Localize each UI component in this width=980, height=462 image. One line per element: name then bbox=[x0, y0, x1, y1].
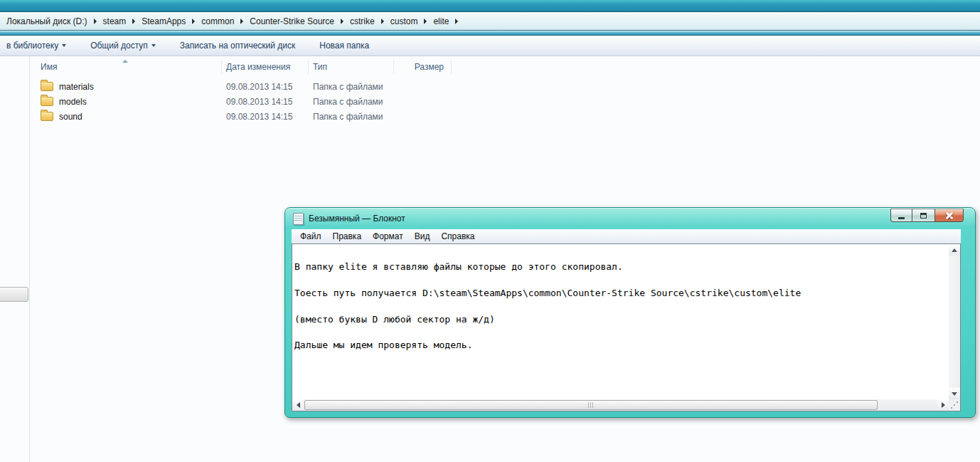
breadcrumb-arrow-icon[interactable] bbox=[132, 19, 135, 24]
new-folder-button[interactable]: Новая папка bbox=[316, 38, 372, 53]
breadcrumb-arrow-icon[interactable] bbox=[341, 19, 343, 24]
window-controls bbox=[890, 209, 964, 222]
breadcrumb-item-cstrike[interactable]: cstrike bbox=[350, 16, 375, 26]
file-date: 09.08.2013 14:15 bbox=[222, 82, 309, 92]
file-type: Папка с файлами bbox=[309, 97, 394, 107]
file-name: materials bbox=[59, 82, 94, 92]
text-line: Тоесть путь получается D:\steam\SteamApp… bbox=[294, 289, 949, 298]
table-row-materials[interactable]: materials 09.08.2013 14:15 Папка с файла… bbox=[30, 79, 452, 94]
breadcrumb-item-steam[interactable]: steam bbox=[103, 16, 127, 26]
column-header-name[interactable]: Имя bbox=[30, 60, 222, 74]
share-with-label: Общий доступ bbox=[90, 41, 148, 51]
text-line: В папку elite я вставляю файлы которые д… bbox=[294, 263, 949, 271]
horizontal-scrollbar-thumb[interactable] bbox=[304, 400, 878, 410]
minimize-button[interactable] bbox=[890, 209, 912, 222]
menu-view[interactable]: Вид bbox=[409, 230, 436, 243]
scroll-left-button[interactable] bbox=[292, 399, 304, 411]
dropdown-arrow-icon bbox=[62, 44, 66, 47]
breadcrumb-arrow-icon[interactable] bbox=[240, 19, 243, 24]
breadcrumb-item-custom[interactable]: custom bbox=[390, 16, 418, 26]
notepad-client-area: В папку elite я вставляю файлы которые д… bbox=[292, 243, 961, 411]
folder-icon bbox=[41, 82, 53, 91]
dropdown-arrow-icon bbox=[151, 44, 156, 47]
address-bar[interactable]: Локальный диск (D:) steam SteamApps comm… bbox=[0, 12, 980, 31]
breadcrumb-item-elite[interactable]: elite bbox=[433, 16, 449, 26]
explorer-divider-band bbox=[0, 31, 980, 36]
breadcrumb-arrow-icon[interactable] bbox=[192, 19, 195, 24]
text-line: Дальше мы идем проверять модель. bbox=[294, 341, 949, 350]
maximize-icon bbox=[920, 213, 927, 219]
resize-grip-icon[interactable] bbox=[951, 407, 952, 409]
folder-icon bbox=[41, 112, 53, 121]
file-name: sound bbox=[59, 112, 82, 122]
include-in-library-button[interactable]: в библиотеку bbox=[4, 38, 69, 53]
file-date: 09.08.2013 14:15 bbox=[222, 97, 309, 107]
scrollbar-corner bbox=[949, 399, 960, 411]
notepad-window: Безымянный — Блокнот Файл Правка Формат … bbox=[284, 207, 976, 418]
breadcrumb-arrow-icon[interactable] bbox=[424, 19, 427, 24]
menu-edit[interactable]: Правка bbox=[327, 230, 368, 243]
scrollbar-grip-icon bbox=[588, 402, 595, 408]
breadcrumb: Локальный диск (D:) steam SteamApps comm… bbox=[6, 16, 464, 26]
table-row-sound[interactable]: sound 09.08.2013 14:15 Папка с файлами bbox=[30, 109, 452, 124]
breadcrumb-item-steamapps[interactable]: SteamApps bbox=[142, 16, 186, 26]
column-header-type-label: Тип bbox=[313, 62, 327, 72]
scroll-right-icon bbox=[942, 402, 945, 408]
command-bar: в библиотеку Общий доступ Записать на оп… bbox=[0, 36, 980, 56]
breadcrumb-item-drive[interactable]: Локальный диск (D:) bbox=[6, 16, 87, 26]
sort-ascending-icon bbox=[122, 60, 128, 63]
breadcrumb-item-css[interactable]: Counter-Strike Source bbox=[250, 16, 334, 26]
close-icon bbox=[945, 212, 954, 219]
notepad-titlebar[interactable]: Безымянный — Блокнот bbox=[285, 208, 975, 229]
share-with-button[interactable]: Общий доступ bbox=[87, 38, 159, 53]
column-header-name-label: Имя bbox=[41, 62, 57, 72]
notepad-icon[interactable] bbox=[293, 213, 304, 225]
desktop: Локальный диск (D:) steam SteamApps comm… bbox=[0, 0, 980, 462]
breadcrumb-arrow-icon[interactable] bbox=[455, 19, 458, 24]
scroll-up-button[interactable] bbox=[949, 244, 960, 256]
explorer-top-band bbox=[0, 0, 980, 12]
column-header-size-label: Размер bbox=[415, 62, 444, 72]
horizontal-scrollbar[interactable] bbox=[292, 399, 949, 411]
column-header-row: Имя Дата изменения Тип Размер bbox=[30, 60, 452, 74]
breadcrumb-arrow-icon[interactable] bbox=[94, 19, 97, 24]
file-date: 09.08.2013 14:15 bbox=[222, 112, 309, 122]
column-header-size[interactable]: Размер bbox=[394, 60, 452, 74]
include-in-library-label: в библиотеку bbox=[6, 41, 58, 51]
scroll-up-icon bbox=[952, 248, 957, 252]
burn-to-disc-label: Записать на оптический диск bbox=[180, 41, 296, 51]
scroll-down-icon bbox=[952, 392, 957, 396]
folder-icon bbox=[41, 97, 53, 106]
table-row-models[interactable]: models 09.08.2013 14:15 Папка с файлами bbox=[30, 94, 452, 109]
menu-help[interactable]: Справка bbox=[435, 230, 480, 243]
notepad-title: Безымянный — Блокнот bbox=[309, 214, 405, 224]
new-folder-label: Новая папка bbox=[319, 41, 369, 51]
vertical-scrollbar[interactable] bbox=[949, 244, 960, 399]
column-header-date-label: Дата изменения bbox=[226, 62, 290, 72]
file-name: models bbox=[59, 97, 87, 107]
menu-format[interactable]: Формат bbox=[367, 230, 409, 243]
close-button[interactable] bbox=[934, 209, 964, 222]
column-header-type[interactable]: Тип bbox=[309, 60, 394, 74]
burn-to-disc-button[interactable]: Записать на оптический диск bbox=[177, 38, 299, 53]
breadcrumb-item-common[interactable]: common bbox=[201, 16, 234, 26]
scroll-down-button[interactable] bbox=[949, 388, 960, 399]
file-type: Папка с файлами bbox=[309, 112, 394, 122]
minimize-icon bbox=[898, 217, 905, 219]
maximize-button[interactable] bbox=[912, 209, 934, 222]
column-header-date[interactable]: Дата изменения bbox=[222, 60, 309, 74]
file-list: materials 09.08.2013 14:15 Папка с файла… bbox=[30, 79, 452, 124]
scroll-left-icon bbox=[297, 402, 300, 408]
text-line: (вместо буквы D любой сектор на ж/д) bbox=[294, 315, 949, 324]
scroll-right-button[interactable] bbox=[937, 399, 949, 411]
file-type: Папка с файлами bbox=[309, 82, 394, 92]
notepad-menubar: Файл Правка Формат Вид Справка bbox=[292, 229, 961, 243]
breadcrumb-arrow-icon[interactable] bbox=[381, 19, 384, 24]
menu-file[interactable]: Файл bbox=[294, 230, 327, 243]
nav-scrollbar-thumb[interactable] bbox=[0, 287, 28, 302]
notepad-text-area[interactable]: В папку elite я вставляю файлы которые д… bbox=[292, 244, 949, 399]
